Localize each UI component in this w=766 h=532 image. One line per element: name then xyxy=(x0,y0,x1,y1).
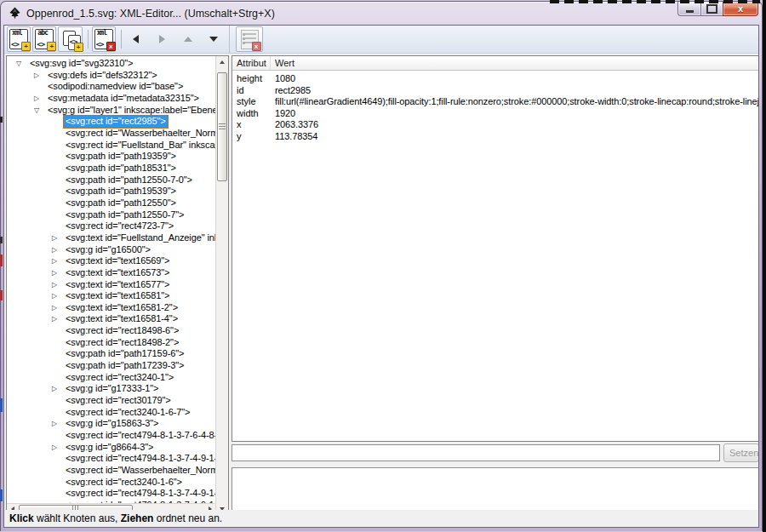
attribute-row[interactable]: idrect2985 xyxy=(232,85,759,97)
tree-node[interactable]: <svg:rect id="rect2985"> xyxy=(7,116,215,128)
tree-node[interactable]: <svg:rect id="rect4794-8-1-3-7-6-4-8-8-1 xyxy=(7,430,215,442)
tree-node[interactable]: ▷<svg:text id="text16581"> xyxy=(7,290,215,302)
expand-icon[interactable]: ▷ xyxy=(51,267,63,279)
attribute-name: width xyxy=(232,108,271,120)
tree-node[interactable]: ▷<svg:text id="Fuellstand_Anzeige" inksc… xyxy=(7,232,215,244)
tree-node[interactable]: ▷<svg:text id="text16581-2"> xyxy=(7,302,215,314)
tree-node[interactable]: <svg:rect id="rect30179"> xyxy=(7,395,215,407)
move-node-up-button[interactable] xyxy=(177,26,199,52)
tree-node[interactable]: <svg:rect id="rect18498-2"> xyxy=(7,337,215,349)
attribute-header-value[interactable]: Wert xyxy=(271,56,759,71)
tree-node[interactable]: ▷<svg:g id="g15863-3"> xyxy=(7,418,215,430)
indent-node-button[interactable] xyxy=(151,26,173,52)
attribute-row[interactable]: y113.78354 xyxy=(232,131,759,143)
tree-node[interactable]: <sodipodi:namedview id="base"> xyxy=(7,81,215,93)
tree-node[interactable]: <svg:path id="path12550-7"> xyxy=(7,209,215,221)
attribute-value-input[interactable] xyxy=(232,444,720,461)
maximize-button[interactable] xyxy=(701,2,723,16)
tree-node-label: <sodipodi:namedview id="base"> xyxy=(45,81,186,93)
tree-node[interactable]: <svg:rect id="rect3240-1-6"> xyxy=(7,477,215,489)
expand-icon[interactable]: ▷ xyxy=(51,279,63,291)
tree-node-label: <svg:g id="g16500"> xyxy=(63,244,153,256)
expand-icon[interactable]: ▷ xyxy=(51,232,63,244)
attribute-header-name[interactable]: Attribut xyxy=(232,56,271,71)
close-button[interactable]: x xyxy=(723,2,758,16)
tree-node[interactable]: <svg:path id="path17239-3"> xyxy=(7,360,215,372)
expand-icon[interactable]: ▷ xyxy=(51,418,63,430)
up-arrow-icon xyxy=(184,37,192,42)
attribute-value: fill:url(#linearGradient4649);fill-opaci… xyxy=(271,96,759,108)
tree-node[interactable]: ▷<svg:text id="text16573"> xyxy=(7,267,215,279)
vscroll-thumb[interactable] xyxy=(217,72,227,181)
tree-node[interactable]: ▷<svg:g id="g8664-3"> xyxy=(7,442,215,454)
tree-node[interactable]: <svg:path id="path12550-7-0"> xyxy=(7,174,215,186)
minimize-icon xyxy=(686,10,694,13)
tree-node[interactable]: <svg:path id="path19359"> xyxy=(7,151,215,163)
background-edge-fragment xyxy=(0,117,3,123)
tree-node[interactable]: <svg:path id="path19539"> xyxy=(7,186,215,197)
tree-node[interactable]: <svg:rect id="rect3240-1-6-7"> xyxy=(7,407,215,419)
attribute-row[interactable]: stylefill:url(#linearGradient4649);fill-… xyxy=(232,96,759,108)
expand-icon[interactable]: ▷ xyxy=(51,313,63,325)
tree-vscrollbar[interactable] xyxy=(215,56,228,514)
delete-attribute-button[interactable]: x xyxy=(236,26,263,52)
tree-node[interactable]: <svg:rect id="rect4723-7"> xyxy=(7,220,215,232)
duplicate-node-icon: <> + xyxy=(61,30,80,49)
tree-node[interactable]: ▷<svg:text id="text16577"> xyxy=(7,278,215,290)
attribute-name: style xyxy=(232,96,271,108)
new-element-node-icon: xml <> + xyxy=(9,29,28,49)
scroll-up-icon xyxy=(220,60,225,64)
expand-icon[interactable]: ▷ xyxy=(33,93,45,105)
expand-icon[interactable]: ▷ xyxy=(51,383,63,395)
tree-node[interactable]: ▷<svg:text id="text16569"> xyxy=(7,255,215,267)
tree-node-label: <svg:rect id="rect2985"> xyxy=(63,115,169,129)
expand-icon[interactable]: ▷ xyxy=(51,442,63,454)
toolbar-divider xyxy=(229,26,230,53)
tree-node[interactable]: <svg:path id="path17159-6"> xyxy=(7,348,215,360)
tree-node[interactable]: ▷<svg:text id="text16581-4"> xyxy=(7,313,215,325)
unindent-node-button[interactable] xyxy=(125,26,147,52)
scroll-up-button[interactable] xyxy=(216,56,228,67)
expand-icon[interactable]: ▷ xyxy=(51,255,63,267)
tree-node[interactable]: <svg:rect id="rect3240-1"> xyxy=(7,372,215,384)
tree-node-label: <svg:rect id="rect3240-1"> xyxy=(63,372,176,384)
tree-node[interactable]: ▷<svg:metadata id="metadata32315"> xyxy=(7,93,215,105)
tree-node[interactable]: <svg:path id="path18531"> xyxy=(7,163,215,174)
tree-node[interactable]: <svg:rect id="Wasserbehaelter_Normal_F xyxy=(7,465,215,477)
new-text-node-button[interactable]: abc <> + xyxy=(32,26,56,52)
expand-icon[interactable]: ▷ xyxy=(51,290,63,302)
node-text-editor[interactable] xyxy=(232,467,759,516)
attribute-row[interactable]: height1080 xyxy=(232,73,759,85)
toolbar-separator xyxy=(121,30,122,49)
attribute-row[interactable]: x2063.3376 xyxy=(232,119,759,131)
expand-icon[interactable]: ▷ xyxy=(51,302,63,314)
delete-node-icon: xml <> x xyxy=(94,29,113,49)
tree-node[interactable]: <svg:rect id="rect4794-8-1-3-7-4-9-1-4-7 xyxy=(7,453,215,465)
tree-node[interactable]: ▷<svg:g id="g17333-1"> xyxy=(7,383,215,395)
window-titlebar[interactable]: Oppenrod_1.5.svg: XML-Editor... (Umschal… xyxy=(1,2,762,25)
attribute-row[interactable]: width1920 xyxy=(232,108,759,120)
tree-node[interactable]: <svg:path id="path12550"> xyxy=(7,197,215,209)
tree-node[interactable]: <svg:rect id="Fuellstand_Bar" inkscape:l… xyxy=(7,140,215,152)
tree-node[interactable]: ▷<svg:defs id="defs32312"> xyxy=(7,70,215,82)
duplicate-node-button[interactable]: <> + xyxy=(58,26,82,52)
tree-node[interactable]: <svg:rect id="rect4794-8-1-3-7-4-9-1-4-7 xyxy=(7,488,215,500)
delete-node-button[interactable]: xml <> x xyxy=(92,26,116,52)
plus-badge-icon: + xyxy=(74,43,83,52)
tree-node[interactable]: ▽<svg:svg id="svg32310"> xyxy=(7,58,215,70)
tree-node[interactable]: <svg:rect id="rect18498-6"> xyxy=(7,325,215,337)
tree-node-label: <svg:g id="g17333-1"> xyxy=(63,383,161,395)
attribute-value: 1080 xyxy=(271,73,759,85)
collapse-icon[interactable]: ▽ xyxy=(15,58,27,70)
move-node-down-button[interactable] xyxy=(203,26,225,52)
new-element-node-button[interactable]: xml <> + xyxy=(7,26,31,52)
collapse-icon[interactable]: ▽ xyxy=(33,105,45,117)
vscroll-track[interactable] xyxy=(216,67,228,503)
tree-node[interactable]: ▽<svg:g id="layer1" inkscape:label="Eben… xyxy=(7,105,215,117)
expand-icon[interactable]: ▷ xyxy=(51,244,63,256)
minimize-button[interactable] xyxy=(677,2,701,16)
tree-node[interactable]: <svg:rect id="Wasserbehaelter_Normal_F xyxy=(7,128,215,140)
tree-node[interactable]: ▷<svg:g id="g16500"> xyxy=(7,244,215,256)
expand-icon[interactable]: ▷ xyxy=(33,70,45,82)
set-value-button[interactable]: Setzen xyxy=(723,443,759,462)
